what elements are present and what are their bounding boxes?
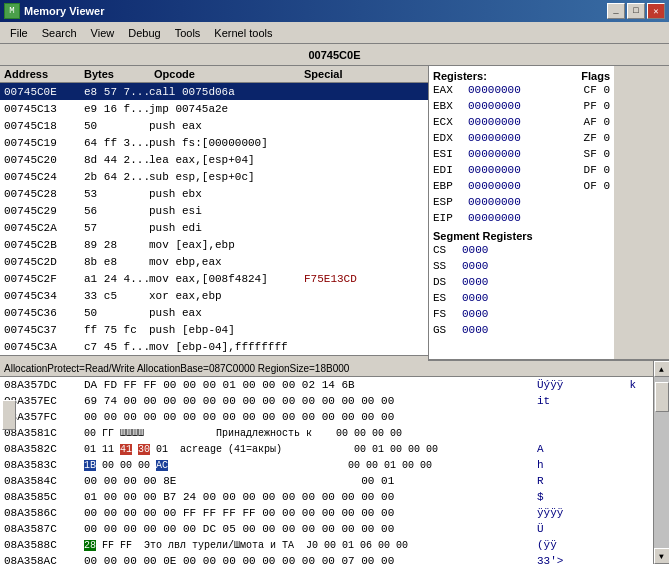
reg-flag-sf: SF 0 [580,148,610,160]
disasm-row[interactable]: 00745C28 53 push ebx [0,185,428,202]
disasm-row[interactable]: 00745C2B 89 28 mov [eax],ebp [0,236,428,253]
disasm-row[interactable]: 00745C19 64 ff 3... push fs:[00000000] [0,134,428,151]
minimize-button[interactable]: _ [607,3,625,19]
cell-bytes: 50 [84,120,149,132]
menu-debug[interactable]: Debug [122,23,166,43]
current-address: 00745C0E [309,49,361,61]
seg-row-gs: GS 0000 [433,322,610,338]
disasm-row[interactable]: 00745C0E e8 57 7... call 0075d06a [0,83,428,100]
hex-addr: 08A358AC [4,555,84,564]
hex-scroll-thumb[interactable] [655,382,669,412]
hex-scroll-up-button[interactable]: ▲ [654,361,670,377]
disasm-row[interactable]: 00745C2D 8b e8 mov ebp,eax [0,253,428,270]
cell-bytes: e8 57 7... [84,86,149,98]
scroll-thumb[interactable] [2,400,16,430]
seg-row-ss: SS 0000 [433,258,610,274]
disasm-row[interactable]: 00745C20 8d 44 2... lea eax,[esp+04] [0,151,428,168]
hex-row: 08A3581C 00 ГГ ШШШШ Принадлежность к 00 … [0,425,653,441]
registers-title: Registers: Flags [433,70,610,82]
reg-flag-cf: CF 0 [580,84,610,96]
disasm-row[interactable]: 00745C18 50 push eax [0,117,428,134]
disasm-row[interactable]: 00745C36 50 push eax [0,304,428,321]
reg-name-edx: EDX [433,132,468,144]
disasm-row[interactable]: 00745C3A c7 45 f... mov [ebp-04],fffffff… [0,338,428,355]
disasm-row[interactable]: 00745C29 56 push esi [0,202,428,219]
main-content: Address Bytes Opcode Special 00745C0E e8… [0,66,669,564]
reg-name-eax: EAX [433,84,468,96]
hex-bytes: 69 74 00 00 00 00 00 00 00 00 00 00 00 0… [84,395,529,407]
col-header-opcode: Opcode [154,68,304,80]
title-buttons: _ □ ✕ [607,3,665,19]
hex-bytes: 00 00 00 00 00 FF FF FF FF 00 00 00 00 0… [84,507,529,519]
seg-name-ds: DS [433,276,458,288]
reg-row-eip: EIP 00000000 [433,210,610,226]
disasm-row[interactable]: 00745C37 ff 75 fc push [ebp-04] [0,321,428,338]
hex-bytes: 28 FF FF Это лвл турели/Шмота и ТА J0 00… [84,540,529,551]
hex-panel: AllocationProtect=Read/Write AllocationB… [0,361,653,564]
disasm-row[interactable]: 00745C24 2b 64 2... sub esp,[esp+0c] [0,168,428,185]
hex-bytes: 01 11 41 30 01 acreage (41=акры) 00 01 0… [84,444,529,455]
alloc-info: AllocationProtect=Read/Write AllocationB… [0,361,653,377]
hex-addr: 08A3583C [4,459,84,471]
cell-special: F75E13CD [304,273,404,285]
cell-bytes: c7 45 f... [84,341,149,353]
close-button[interactable]: ✕ [647,3,665,19]
cell-bytes: 56 [84,205,149,217]
disasm-row[interactable]: 00745C2F a1 24 4... mov eax,[008f4824] F… [0,270,428,287]
seg-name-gs: GS [433,324,458,336]
seg-row-es: ES 0000 [433,290,610,306]
seg-value-gs: 0000 [462,324,488,336]
cell-opcode: sub esp,[esp+0c] [149,171,304,183]
cell-address: 00745C13 [4,103,84,115]
reg-name-ebp: EBP [433,180,468,192]
hex-addr: 08A357DC [4,379,84,391]
seg-regs-title: Segment Registers [433,230,610,242]
menu-file[interactable]: File [4,23,34,43]
cell-bytes: 8d 44 2... [84,154,149,166]
maximize-button[interactable]: □ [627,3,645,19]
menu-tools[interactable]: Tools [169,23,207,43]
flags-label: Flags [581,70,610,82]
reg-name-esp: ESP [433,196,468,208]
disasm-row[interactable]: 00745C13 e9 16 f... jmp 00745a2e [0,100,428,117]
seg-value-cs: 0000 [462,244,488,256]
hex-bytes: 00 ГГ ШШШШ Принадлежность к 00 00 00 00 [84,428,529,439]
cell-opcode: push edi [149,222,304,234]
seg-value-es: 0000 [462,292,488,304]
cell-bytes: e9 16 f... [84,103,149,115]
hex-row: 08A3583C 1B 00 00 00 AC 00 00 01 00 00 h [0,457,653,473]
hex-bytes: 00 00 00 00 8E 00 01 [84,475,529,487]
cell-address: 00745C28 [4,188,84,200]
hex-scroll-down-button[interactable]: ▼ [654,548,670,564]
reg-value-esi: 00000000 [468,148,580,160]
hex-addr: 08A3587C [4,523,84,535]
seg-row-cs: CS 0000 [433,242,610,258]
cell-opcode: call 0075d06a [149,86,304,98]
hex-scrollbar[interactable]: ▲ ▼ [653,361,669,564]
hex-bytes: 00 00 00 00 0E 00 00 00 00 00 00 00 00 0… [84,555,529,564]
reg-value-esp: 00000000 [468,196,580,208]
disasm-row[interactable]: 00745C34 33 c5 xor eax,ebp [0,287,428,304]
hex-row: 08A3586C 00 00 00 00 00 FF FF FF FF 00 0… [0,505,653,521]
reg-flag-df: DF 0 [580,164,610,176]
hex-addr: 08A3584C [4,475,84,487]
window-title: Memory Viewer [24,5,105,17]
cell-bytes: 57 [84,222,149,234]
menu-search[interactable]: Search [36,23,83,43]
menu-kernel-tools[interactable]: Kernel tools [208,23,278,43]
cell-address: 00745C18 [4,120,84,132]
cell-opcode: push eax [149,120,304,132]
disasm-row[interactable]: 00745C2A 57 push edi [0,219,428,236]
cell-opcode: push ebx [149,188,304,200]
cell-opcode: push eax [149,307,304,319]
hex-scroll-track[interactable] [654,377,670,548]
cell-bytes: a1 24 4... [84,273,149,285]
disasm-header: Address Bytes Opcode Special [0,66,428,83]
hex-row: 08A358AC 00 00 00 00 0E 00 00 00 00 00 0… [0,553,653,564]
disasm-panel: Address Bytes Opcode Special 00745C0E e8… [0,66,429,379]
col-header-address: Address [4,68,84,80]
registers-label: Registers: [433,70,487,82]
seg-value-ds: 0000 [462,276,488,288]
reg-value-edi: 00000000 [468,164,580,176]
menu-view[interactable]: View [85,23,121,43]
